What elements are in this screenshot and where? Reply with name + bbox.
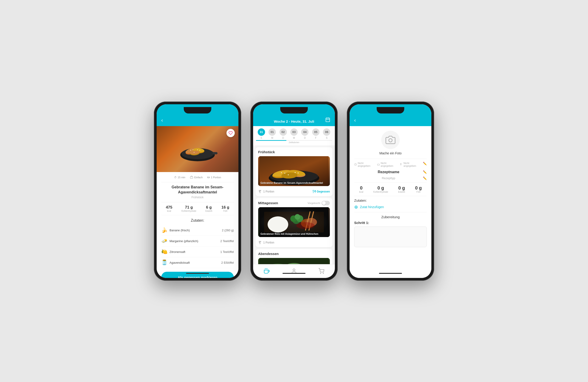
day-label-02: D	[282, 137, 284, 139]
svg-point-31	[288, 174, 289, 175]
lunch-recipe-name: Gebratener Reis mit Asiagemüse und Hühnc…	[260, 233, 318, 235]
breakfast-recipe-name: Gebratene Banane im Sesam-Agavendicksaft…	[260, 181, 323, 184]
day-31[interactable]: 31 S	[258, 128, 265, 139]
dinner-title: Abendessen	[258, 252, 330, 256]
food-image-1	[157, 126, 238, 172]
chef-icon-3	[377, 163, 380, 166]
day-circle-01: 01	[269, 128, 276, 136]
recipe-type-row: Rezepttyp ✏️	[354, 176, 427, 180]
protein-value: 6 g	[205, 205, 212, 210]
margarine-name: Margarine (pflanzlich)	[169, 239, 220, 243]
margarine-amount: 2 Teelöffel	[220, 239, 234, 243]
calendar-button[interactable]	[325, 117, 330, 123]
breakfast-portion: 1 Portion	[258, 190, 274, 193]
lemon-amount: 1 Teelöffel	[220, 250, 234, 254]
progress-bar-track	[256, 140, 332, 141]
agave-icon: 🫙	[161, 259, 169, 266]
add-ingredient-button[interactable]: ⊕ Zutat hinzufügen	[354, 204, 427, 210]
notch-2	[280, 107, 308, 113]
nutrition-row-1: 475 kcal 71 g Kohlenhydrate 6 g Eiweiß 1…	[161, 205, 234, 212]
banana-name: Banane (frisch)	[169, 229, 222, 232]
back-button-3[interactable]: ‹	[354, 117, 356, 123]
phone-1: ‹	[154, 102, 241, 281]
nutrition-protein-3: 0 g Eiweiß	[398, 185, 405, 193]
breakfast-portion-text: 1 Portion	[263, 190, 274, 193]
lunch-title: Mittagessen	[258, 201, 278, 205]
day-03[interactable]: 03 M	[290, 128, 298, 139]
ingredients-title: Zutaten:	[161, 218, 234, 223]
kcal-value-3: 0	[359, 185, 363, 191]
toggle-knob	[322, 201, 326, 205]
day-04[interactable]: 04 D	[301, 128, 309, 139]
dinner-image	[258, 258, 330, 264]
svg-point-67	[389, 139, 392, 142]
nav-food[interactable]	[264, 268, 270, 274]
svg-point-30	[298, 172, 299, 173]
day-05[interactable]: 05 F	[312, 128, 319, 139]
nav-cart[interactable]	[318, 268, 324, 274]
phone-screen-3: ‹ Mache ein Foto	[350, 104, 431, 278]
back-button-1[interactable]: ‹	[161, 117, 163, 123]
carbs-label-3: Kohlenhydrate	[373, 191, 388, 193]
schritt-textarea[interactable]	[354, 227, 427, 247]
camera-button[interactable]	[381, 131, 400, 149]
svg-rect-69	[377, 164, 380, 165]
day-06[interactable]: 06 S	[323, 128, 330, 139]
svg-point-38	[268, 216, 288, 233]
eaten-button[interactable]: Gegessen	[312, 190, 330, 193]
lunch-card[interactable]: Gebratener Reis mit Asiagemüse und Hühnc…	[258, 207, 330, 237]
recipe-subtitle-1: Frühstück	[161, 196, 234, 199]
svg-point-65	[320, 273, 321, 274]
lemon-name: Zitronensaft	[169, 250, 220, 254]
day-circle-04: 04	[301, 128, 309, 136]
breakfast-image: Gebratene Banane im Sesam-Agavendicksaft…	[258, 156, 330, 186]
day-02[interactable]: 02 D	[279, 128, 287, 139]
ingredient-lemon: 🍋 Zitronensaft 1 Teelöffel	[161, 247, 234, 257]
fat-label: Fett	[221, 210, 229, 212]
day-01[interactable]: 01 M	[269, 128, 276, 139]
protein-value-3: 0 g	[398, 185, 405, 191]
meta-time-3: Nicht angegeben	[354, 162, 374, 167]
edit-recipe-name-button[interactable]: ✏️	[423, 170, 427, 174]
svg-rect-14	[190, 177, 193, 178]
fork-icon	[312, 190, 316, 193]
day-label-03: M	[293, 137, 295, 139]
svg-point-66	[323, 273, 323, 274]
kcal-label-3: kcal	[359, 191, 363, 193]
notch-1	[184, 107, 211, 113]
vorgekocht-toggle[interactable]	[322, 201, 330, 205]
phone1-content: ⏱ 15 min Einfach 🍽 1 Portion Ge	[157, 172, 238, 278]
svg-point-12	[200, 150, 200, 150]
day-label-04: D	[304, 137, 306, 139]
phone-3: ‹ Mache ein Foto	[347, 102, 434, 281]
ingredient-agave: 🫙 Agavendicksaft 2 Eßlöffel	[161, 257, 234, 268]
protein-label: Eiweiß	[205, 210, 212, 212]
plus-icon: ⊕	[354, 204, 358, 210]
phone-2: Woche 2 - Heute, 31. Juli 31 S 01	[250, 102, 338, 281]
nav-cart-icon	[318, 268, 324, 274]
difficulty-value: Einfach	[194, 176, 203, 179]
agave-name: Agavendicksaft	[169, 261, 221, 264]
svg-point-64	[293, 269, 295, 271]
lunch-section: Mittagessen Vorgekocht	[255, 198, 333, 247]
dinner-section: Abendessen	[255, 249, 333, 264]
recipe-name-row: Rezeptname ✏️	[354, 170, 427, 174]
lunch-portion-text: 1 Portion	[263, 241, 274, 244]
lunch-image: Gebratener Reis mit Asiagemüse und Hühnc…	[258, 207, 330, 237]
camera-label: Mache ein Foto	[379, 151, 402, 155]
day-circle-06: 06	[323, 128, 330, 136]
breakfast-card[interactable]: Gebratene Banane im Sesam-Agavendicksaft…	[258, 156, 330, 186]
camera-section: Mache ein Foto	[354, 131, 427, 155]
dinner-card[interactable]	[258, 258, 330, 264]
edit-recipe-type-button[interactable]: ✏️	[423, 176, 427, 180]
ingredient-margarine: 🧈 Margarine (pflanzlich) 2 Teelöffel	[161, 236, 234, 247]
edit-meta-button[interactable]: ✏️	[423, 162, 427, 167]
heart-button[interactable]	[227, 129, 235, 137]
cutlery-icon-1	[258, 190, 262, 193]
vorgekocht-row: Vorgekocht	[308, 201, 330, 205]
banana-amount: 2 (260 g)	[222, 229, 234, 232]
svg-rect-15	[326, 118, 330, 122]
home-indicator-3	[379, 273, 402, 274]
divider-p3-1	[354, 159, 427, 159]
svg-point-10	[193, 149, 193, 150]
